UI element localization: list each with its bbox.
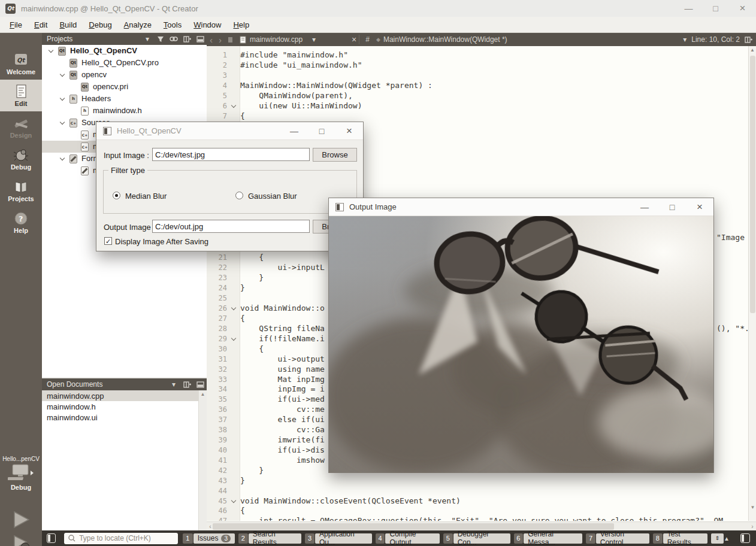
pane-button-version-control[interactable]: 7Version Control [586,533,649,544]
mode-projects[interactable]: Projects [0,175,42,207]
mode-welcome[interactable]: Qt Welcome [0,48,42,80]
editor-horizontal-scrollbar[interactable]: ‹ › [207,521,756,530]
menu-build[interactable]: Build [53,18,83,32]
go-back-icon[interactable]: ‹ [207,35,216,45]
browse-input-button[interactable]: Browse [313,148,357,162]
tree-item-opencv[interactable]: opencv [42,69,207,81]
output-window-title-bar[interactable]: Output Image — □ × [329,198,713,216]
mode-design[interactable]: Design [0,111,42,143]
scroll-up-icon[interactable]: ▲ [201,392,205,397]
editor-vertical-scrollbar[interactable]: ▲ ▼ [748,46,756,521]
mode-help[interactable]: ? Help [0,207,42,238]
scroll-right-icon[interactable]: › [749,523,756,530]
scroll-down-icon[interactable]: ▼ [749,503,756,511]
fold-marker[interactable] [227,334,240,344]
toggle-left-sidebar-icon[interactable] [47,533,56,543]
dialog-title-bar[interactable]: Hello_Qt_OpenCV — □ × [96,122,363,140]
gaussian-blur-label[interactable]: Gaussian Blur [248,192,297,201]
go-forward-icon[interactable]: › [216,35,225,45]
tree-item-mainwindow.h[interactable]: mainwindow.h [42,105,207,117]
mode-edit[interactable]: Edit [0,80,42,111]
debug-run-icon [11,535,31,546]
median-blur-radio[interactable] [113,192,120,199]
expander-icon[interactable] [58,95,66,103]
open-file-dropdown[interactable]: mainwindow.cpp [236,35,306,44]
link-with-editor-icon[interactable] [167,33,180,45]
locator-input[interactable]: Type to locate (Ctrl+K) [64,533,178,544]
open-document-mainwindow.ui[interactable]: mainwindow.ui [42,412,207,423]
scrollbar-thumb[interactable] [213,523,614,530]
toggle-right-sidebar-icon[interactable] [740,533,750,543]
maximize-button[interactable]: □ [658,198,686,216]
menu-file[interactable]: File [4,18,28,32]
expander-icon[interactable] [58,154,66,163]
gaussian-blur-radio[interactable] [235,192,243,199]
mode-debug[interactable]: Debug [0,143,42,175]
minimize-button[interactable]: — [631,198,658,216]
expander-icon[interactable] [47,47,55,55]
fold-marker[interactable] [227,304,240,314]
run-button[interactable] [8,509,34,530]
menu-window[interactable]: Window [188,18,227,32]
filter-icon[interactable] [154,33,167,45]
fold-marker[interactable] [227,496,240,506]
line-number: 31 [207,354,227,365]
current-symbol-dropdown[interactable]: MainWindow::MainWindow(QWidget *) [383,35,507,44]
pane-button-search-results[interactable]: 2Search Results [238,533,301,544]
close-button[interactable]: × [729,0,756,17]
display-after-saving-checkbox[interactable]: ✓ [104,237,112,245]
close-panel-icon[interactable] [193,33,207,45]
tree-item-Headers[interactable]: Headers [42,93,207,105]
median-blur-label[interactable]: Median Blur [125,192,167,201]
fold-marker[interactable] [227,101,240,111]
tree-item-Hello_Qt_OpenCV.pro[interactable]: Hello_Qt_OpenCV.pro [42,57,207,69]
pane-button-issues[interactable]: 1Issues3 [183,533,235,544]
expander-icon[interactable] [58,119,66,127]
split-editor-icon[interactable] [745,37,752,43]
pane-button-test-results[interactable]: 8Test Results [653,533,707,544]
maximize-button[interactable]: □ [308,122,335,140]
scroll-up-icon[interactable]: ▲ [749,46,756,54]
pane-switcher-button[interactable]: ⇕ [711,533,724,544]
menu-edit[interactable]: Edit [28,18,53,32]
expander-icon[interactable] [58,71,66,79]
menu-tools[interactable]: Tools [158,18,188,32]
input-image-field[interactable]: C:/dev/test.jpg [152,148,310,161]
pin-file-icon[interactable] [225,37,236,43]
chevron-down-icon[interactable]: ▾ [306,35,352,44]
expand-panel-icon[interactable]: ▲ [724,535,730,542]
display-after-saving-label[interactable]: Display Image After Saving [115,237,208,246]
open-document-mainwindow.h[interactable]: mainwindow.h [42,401,207,412]
scrollbar-thumb[interactable] [750,56,755,313]
chevron-down-icon[interactable]: ▾ [141,33,154,45]
close-button[interactable]: × [335,122,363,140]
minimize-button[interactable]: — [675,0,702,17]
debug-run-button[interactable] [8,533,34,546]
code-line-3: 3 [207,71,756,81]
maximize-button[interactable]: □ [702,0,729,17]
menu-analyze[interactable]: Analyze [118,18,158,32]
close-panel-icon[interactable] [193,378,207,390]
tree-item-opencv.pri[interactable]: opencv.pri [42,81,207,93]
chevron-down-icon [231,336,236,341]
pane-button-general-messa-[interactable]: 6General Messa... [514,533,583,544]
menu-debug[interactable]: Debug [83,18,117,32]
pane-button-compile-output[interactable]: 4Compile Output [376,533,440,544]
chevron-down-icon[interactable]: ▾ [167,378,180,390]
documents-scrollbar[interactable]: ▲ [198,390,207,530]
menu-help[interactable]: Help [227,18,255,32]
tree-item-Hello_Qt_OpenCV[interactable]: Hello_Qt_OpenCV [42,45,207,57]
minimize-button[interactable]: — [280,122,308,140]
projects-panel-title[interactable]: Projects [42,35,141,43]
pane-button-debugger-con-[interactable]: 5Debugger Con... [443,533,510,544]
chevron-down-icon[interactable]: ▾ [683,35,687,44]
pane-button-application-ou-[interactable]: 3Application Ou... [305,533,372,544]
open-document-mainwindow.cpp[interactable]: mainwindow.cpp [42,390,207,401]
close-document-icon[interactable]: × [352,35,356,44]
close-button[interactable]: × [686,198,713,216]
output-image-field[interactable]: C:/dev/out.jpg [152,220,310,233]
open-documents-title[interactable]: Open Documents [42,380,167,389]
split-icon[interactable] [180,378,193,390]
kit-selector[interactable]: Hello...penCV Debug [0,456,42,491]
split-icon[interactable] [180,33,193,45]
